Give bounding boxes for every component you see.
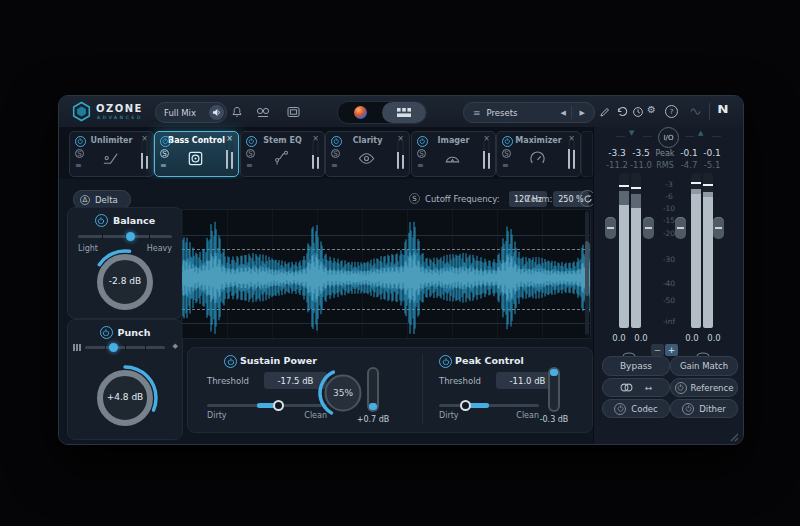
- solo-button[interactable]: S: [75, 149, 84, 158]
- input-meter-l: [619, 173, 629, 328]
- output-gain-fader-r[interactable]: [713, 217, 724, 239]
- input-peak-r: -3.5: [629, 148, 653, 158]
- solo-button[interactable]: S: [331, 149, 340, 158]
- power-icon[interactable]: [331, 136, 342, 147]
- output-gain-fader-l[interactable]: [675, 217, 686, 239]
- stereo-circles-icon: [620, 383, 633, 392]
- assistant-view-button[interactable]: [338, 102, 382, 123]
- bypass-button[interactable]: Bypass: [602, 356, 670, 376]
- power-icon[interactable]: [224, 355, 237, 368]
- history-icon[interactable]: [631, 105, 644, 118]
- preset-next-button[interactable]: ▶: [580, 109, 585, 117]
- edit-pencil-icon[interactable]: [599, 105, 612, 118]
- empty-module-slot[interactable]: [581, 131, 593, 177]
- undo-icon[interactable]: [615, 105, 628, 118]
- menu-icon[interactable]: ≡: [246, 161, 253, 170]
- meter-zoom-in-button[interactable]: +: [665, 344, 678, 356]
- module-card-bass-control[interactable]: Bass Control × S ≡: [154, 131, 239, 177]
- cutoff-solo-badge[interactable]: S: [409, 193, 420, 204]
- power-icon[interactable]: [439, 355, 452, 368]
- waveform-display[interactable]: [181, 209, 591, 339]
- peak-gain-meter[interactable]: [548, 367, 560, 412]
- power-icon[interactable]: [614, 403, 626, 415]
- modules-view-button[interactable]: [382, 102, 426, 123]
- presets-bar[interactable]: ≡ Presets ◀ ▶: [463, 102, 595, 123]
- audition-speaker-toggle[interactable]: [209, 105, 224, 120]
- topbar-divider: [709, 103, 710, 120]
- output-meter-l: [691, 173, 701, 328]
- power-icon[interactable]: [417, 136, 428, 147]
- solo-button[interactable]: S: [417, 149, 426, 158]
- power-icon[interactable]: [160, 136, 171, 147]
- scale-label: -inf: [658, 317, 680, 326]
- bell-icon[interactable]: [229, 104, 244, 119]
- module-card-clarity[interactable]: Clarity × S ≡: [325, 131, 410, 177]
- module-meter-l: [141, 140, 144, 169]
- power-icon[interactable]: [100, 326, 113, 339]
- module-card-unlimiter[interactable]: Unlimiter × S ≡: [69, 131, 154, 177]
- input-collapse-icon[interactable]: ▼: [629, 129, 634, 137]
- reference-button[interactable]: Reference: [670, 378, 738, 397]
- gain-match-button[interactable]: Gain Match: [670, 356, 738, 376]
- channel-ops-button[interactable]: ↔: [602, 378, 670, 397]
- reference-label: Reference: [691, 383, 734, 393]
- menu-icon[interactable]: ≡: [417, 161, 424, 170]
- solo-button[interactable]: S: [160, 149, 169, 158]
- power-icon[interactable]: [682, 403, 694, 415]
- power-icon[interactable]: [75, 136, 86, 147]
- peak-gain-value: -0.3 dB: [534, 415, 574, 424]
- peak-slider[interactable]: [439, 404, 539, 407]
- punch-detail-icon: [73, 344, 81, 351]
- input-gain-fader-l[interactable]: [605, 217, 616, 239]
- resize-handle[interactable]: [730, 427, 739, 445]
- tape-reel-icon[interactable]: [255, 104, 271, 119]
- preset-prev-button[interactable]: ◀: [561, 109, 566, 117]
- input-gain-fader-r[interactable]: [643, 217, 654, 239]
- module-meter-l: [226, 140, 229, 169]
- gear-icon[interactable]: ⚙: [647, 104, 656, 115]
- sustain-gain-meter[interactable]: [367, 367, 379, 412]
- codec-button[interactable]: Codec: [602, 399, 670, 418]
- help-icon[interactable]: ?: [665, 105, 678, 118]
- full-mix-label: Full Mix: [156, 108, 196, 118]
- signal-wave-icon[interactable]: [689, 105, 703, 118]
- solo-button[interactable]: S: [502, 149, 511, 158]
- plugin-frame-icon[interactable]: [285, 104, 301, 119]
- dither-button[interactable]: Dither: [670, 399, 738, 418]
- peak-slider-handle[interactable]: [460, 400, 471, 411]
- input-rms-l: -11.2: [604, 160, 630, 170]
- module-card-imager[interactable]: Imager × S ≡: [411, 131, 496, 177]
- menu-icon[interactable]: ≡: [331, 161, 338, 170]
- module-meter-r: [488, 140, 491, 169]
- delta-icon: Δ: [80, 195, 90, 205]
- balance-slider[interactable]: [78, 235, 172, 238]
- balance-slider-handle[interactable]: [126, 232, 135, 241]
- waveform-scrollbar[interactable]: [585, 211, 589, 335]
- module-card-maximizer[interactable]: Maximizer × S ≡: [496, 131, 581, 177]
- meter-zoom-out-button[interactable]: −: [651, 344, 664, 356]
- module-meter-r: [146, 140, 149, 169]
- sustain-slider[interactable]: [207, 404, 327, 407]
- punch-slider-handle[interactable]: [109, 343, 118, 352]
- menu-icon[interactable]: ≡: [75, 161, 82, 170]
- full-mix-selector[interactable]: Full Mix: [155, 102, 227, 123]
- power-icon[interactable]: [246, 136, 257, 147]
- punch-slider[interactable]: [85, 346, 165, 349]
- power-icon[interactable]: [502, 136, 513, 147]
- dither-label: Dither: [699, 404, 725, 414]
- maximizer-gauge-icon: [527, 147, 547, 169]
- scrollbar-thumb[interactable]: [585, 241, 589, 296]
- output-collapse-icon[interactable]: ▲: [698, 129, 703, 137]
- input-meter-r: [631, 173, 641, 328]
- menu-icon[interactable]: ≡: [502, 161, 509, 170]
- menu-icon[interactable]: ≡: [160, 161, 167, 170]
- module-card-stem-eq[interactable]: Stem EQ × S ≡: [240, 131, 325, 177]
- ozone-logo-sub: ADVANCED: [97, 115, 143, 120]
- sustain-slider-handle[interactable]: [273, 400, 284, 411]
- sustain-gain-value: +0.7 dB: [353, 415, 393, 424]
- io-button[interactable]: I/O: [658, 127, 679, 148]
- solo-button[interactable]: S: [246, 149, 255, 158]
- power-icon[interactable]: [95, 214, 108, 227]
- power-icon[interactable]: [675, 382, 687, 394]
- rms-row-label: RMS: [655, 161, 675, 170]
